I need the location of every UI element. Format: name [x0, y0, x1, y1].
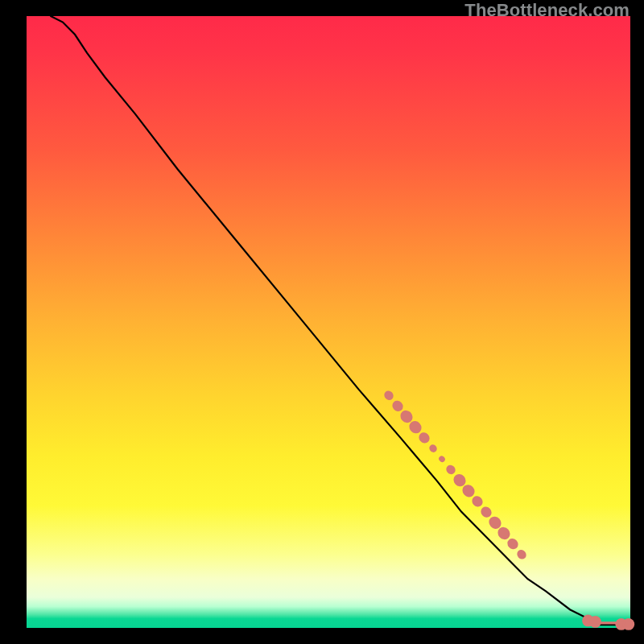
marker-cluster-upper — [382, 389, 528, 561]
bottleneck-curve — [51, 16, 630, 625]
cluster-blob — [427, 443, 438, 453]
chart-overlay — [27, 16, 630, 628]
chart-stage: TheBottleneck.com — [0, 0, 644, 644]
cluster-blob — [515, 548, 528, 561]
cluster-blob — [444, 463, 457, 476]
cluster-blob — [382, 389, 395, 402]
cluster-blob — [438, 455, 447, 464]
